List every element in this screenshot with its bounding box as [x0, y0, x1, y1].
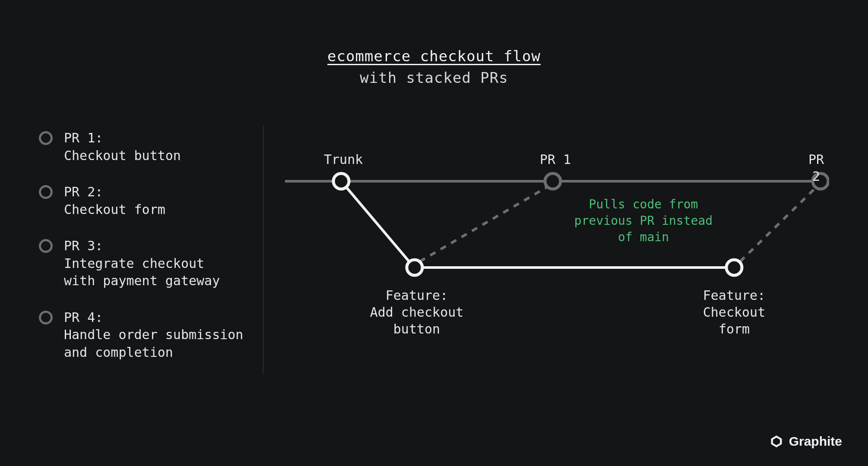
brand-name: Graphite [789, 434, 842, 449]
pr-list-item: PR 1: Checkout button [39, 129, 246, 164]
svg-line-3 [346, 187, 410, 262]
pr-list-item: PR 2: Checkout form [39, 183, 246, 218]
svg-line-5 [420, 187, 547, 261]
svg-point-10 [407, 260, 422, 275]
pr2-label: PR 2 [803, 151, 829, 185]
pr-list-item: PR 4: Handle order submission and comple… [39, 309, 246, 362]
annotation-text: Pulls code from previous PR instead of m… [561, 196, 725, 245]
pr-list-item: PR 3: Integrate checkout with payment ga… [39, 237, 246, 290]
svg-point-11 [726, 260, 742, 275]
feature2-label: Feature: Checkout form [691, 287, 777, 337]
diagram-header: ecommerce checkout flow with stacked PRs [0, 0, 868, 86]
feature1-label: Feature: Add checkout button [367, 287, 466, 337]
pr1-label: PR 1 [540, 151, 571, 168]
circle-icon [39, 239, 53, 253]
trunk-label: Trunk [324, 151, 363, 168]
svg-point-7 [333, 173, 349, 189]
pr-list-label: PR 2: Checkout form [64, 183, 165, 218]
svg-point-8 [545, 173, 561, 189]
pr-list: PR 1: Checkout button PR 2: Checkout for… [39, 125, 263, 374]
pr-list-label: PR 4: Handle order submission and comple… [64, 309, 243, 362]
pr-list-label: PR 3: Integrate checkout with payment ga… [64, 237, 220, 290]
diagram-subtitle: with stacked PRs [0, 69, 868, 86]
circle-icon [39, 185, 53, 199]
content-row: PR 1: Checkout button PR 2: Checkout for… [0, 125, 868, 374]
graphite-icon [770, 435, 783, 448]
diagram-title: ecommerce checkout flow [0, 47, 868, 65]
circle-icon [39, 311, 53, 324]
svg-line-6 [740, 188, 815, 261]
brand-logo: Graphite [770, 434, 842, 449]
pr-list-label: PR 1: Checkout button [64, 129, 181, 164]
branch-diagram: Trunk PR 1 PR 2 Feature: Add checkout bu… [285, 125, 829, 367]
circle-icon [39, 131, 53, 145]
